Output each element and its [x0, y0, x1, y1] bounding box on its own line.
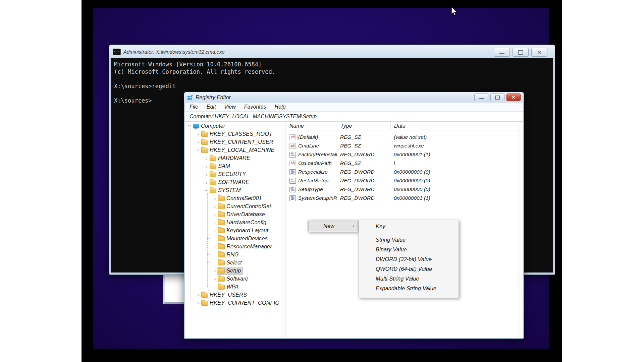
tree-node[interactable]: HardwareConfig	[217, 219, 268, 226]
submenu-item-qword-64-bit-value[interactable]: QWORD (64-bit) Value	[359, 264, 459, 274]
maximize-button[interactable]	[513, 48, 529, 57]
close-button[interactable]: ✕	[531, 48, 547, 57]
value-row[interactable]: 011110FactoryPreInstall...REG_DWORD0x000…	[285, 150, 523, 159]
context-menu-item-new[interactable]: New ›	[309, 221, 358, 231]
tree-node[interactable]: SOFTWARE	[209, 179, 251, 186]
expander-icon[interactable]: ›	[213, 220, 217, 225]
tree-row[interactable]: ›RNG	[185, 250, 281, 258]
expander-icon[interactable]: ›	[213, 268, 217, 274]
tree-row[interactable]: ›WPA	[185, 283, 281, 291]
menubar-item-help[interactable]: Help	[275, 104, 286, 110]
value-row[interactable]: 011110SystemSetupInP...REG_DWORD0x000000…	[285, 194, 523, 202]
tree-node[interactable]: SECURITY	[209, 171, 247, 178]
tree-node[interactable]: ResourceManager	[217, 243, 273, 250]
tree-row[interactable]: ›Keyboard Layout	[185, 226, 281, 234]
submenu-item-string-value[interactable]: String Value	[359, 235, 459, 245]
expander-icon[interactable]: ›	[196, 147, 201, 152]
tree-vertical-scrollbar[interactable]	[281, 122, 285, 338]
tree-node[interactable]: HKEY_CLASSES_ROOT	[201, 130, 274, 137]
minimize-button[interactable]	[494, 48, 510, 57]
expander-icon[interactable]: ›	[204, 163, 209, 169]
tree-node[interactable]: HKEY_CURRENT_USER	[201, 138, 275, 145]
tree-row[interactable]: ›SYSTEM	[185, 186, 281, 194]
expander-icon[interactable]: ›	[213, 203, 217, 209]
tree-node[interactable]: Computer	[192, 122, 226, 129]
tree-node[interactable]: RNG	[217, 251, 240, 258]
submenu-item-dword-32-bit-value[interactable]: DWORD (32-bit) Value	[359, 254, 459, 264]
submenu-item-expandable-string-value[interactable]: Expandable String Value	[359, 284, 459, 293]
value-row[interactable]: abCmdLineREG_SZwinpeshl.exe	[285, 141, 523, 150]
tree-row[interactable]: ›ResourceManager	[185, 242, 281, 250]
column-header-data[interactable]: Data	[390, 122, 519, 130]
value-row[interactable]: 011110SetupTypeREG_DWORD0x00000000 (0)	[285, 185, 523, 194]
tree-node[interactable]: Software	[217, 275, 250, 282]
tree-node[interactable]: HARDWARE	[209, 155, 252, 162]
expander-icon[interactable]: ›	[187, 123, 193, 128]
value-row[interactable]: ab(Default)REG_SZ(value not set)	[285, 133, 523, 141]
column-header-name[interactable]: Name	[285, 123, 337, 129]
cmd-titlebar[interactable]: C:\ Administrator: X:\windows\system32\c…	[109, 45, 555, 58]
menubar-item-edit[interactable]: Edit	[207, 104, 216, 110]
tree-row[interactable]: ›HKEY_CURRENT_USER	[185, 138, 281, 146]
expander-icon[interactable]: ›	[196, 300, 201, 306]
tree-node[interactable]: CurrentControlSet	[217, 203, 272, 210]
expander-icon[interactable]: ›	[196, 139, 201, 145]
tree-node[interactable]: SYSTEM	[209, 187, 242, 194]
column-header-type[interactable]: Type	[337, 122, 390, 130]
tree-row[interactable]: ›Software	[185, 275, 281, 283]
value-row[interactable]: 011110RespecializeREG_DWORD0x00000000 (0…	[285, 168, 523, 176]
tree-row[interactable]: ›SECURITY	[185, 170, 281, 178]
tree-row[interactable]: ›CurrentControlSet	[185, 202, 281, 210]
tree-node[interactable]: WPA	[217, 283, 240, 290]
tree-node[interactable]: DriverDatabase	[217, 211, 266, 218]
expander-icon[interactable]: ›	[204, 171, 209, 177]
tree-node[interactable]: SAM	[209, 163, 231, 170]
tree-row[interactable]: ›Select	[185, 258, 281, 266]
tree-node[interactable]: ControlSet001	[217, 195, 263, 202]
minimize-button[interactable]	[474, 94, 488, 101]
registry-address-bar[interactable]: Computer\HKEY_LOCAL_MACHINE\SYSTEM\Setup	[185, 112, 523, 122]
tree-row[interactable]: ›Computer	[185, 122, 281, 130]
tree-node[interactable]: MountedDevices	[217, 235, 269, 242]
expander-icon[interactable]: ›	[213, 276, 217, 282]
expander-icon[interactable]: ›	[204, 155, 209, 161]
expander-icon[interactable]: ›	[196, 131, 201, 137]
tree-row[interactable]: ›MountedDevices	[185, 234, 281, 242]
tree-row[interactable]: ›DriverDatabase	[185, 210, 281, 218]
submenu-item-key[interactable]: Key	[359, 222, 459, 231]
expander-icon[interactable]: ›	[213, 195, 217, 201]
expander-icon[interactable]: ›	[204, 179, 209, 185]
menubar-item-view[interactable]: View	[224, 104, 235, 110]
menubar-item-favorites[interactable]: Favorites	[244, 104, 266, 110]
values-vertical-scrollbar[interactable]	[519, 122, 523, 338]
tree-row[interactable]: ›SAM	[185, 162, 281, 170]
tree-node[interactable]: HKEY_LOCAL_MACHINE	[201, 146, 276, 154]
expander-icon[interactable]: ›	[213, 244, 217, 249]
tree-row[interactable]: ›HARDWARE	[185, 154, 281, 162]
regedit-titlebar[interactable]: Registry Editor	[184, 92, 524, 103]
tree-node[interactable]: Select	[217, 259, 243, 266]
value-row[interactable]: abOsLoaderPathREG_SZ\	[285, 159, 523, 168]
tree-row[interactable]: ›HardwareConfig	[185, 218, 281, 226]
close-button[interactable]: ✕	[506, 94, 521, 101]
expander-icon[interactable]: ›	[213, 228, 217, 233]
expander-icon[interactable]: ›	[213, 212, 217, 217]
tree-row[interactable]: ›HKEY_CLASSES_ROOT	[185, 130, 281, 138]
tree-row[interactable]: ›ControlSet001	[185, 194, 281, 202]
tree-row[interactable]: ›HKEY_LOCAL_MACHINE	[185, 146, 281, 154]
tree-node[interactable]: HKEY_USERS	[201, 291, 248, 298]
submenu-item-binary-value[interactable]: Binary Value	[359, 245, 459, 254]
value-row[interactable]: 011110RestartSetupREG_DWORD0x00000000 (0…	[285, 176, 523, 185]
expander-icon[interactable]: ›	[196, 292, 201, 298]
menubar-item-file[interactable]: File	[190, 104, 198, 110]
submenu-item-multi-string-value[interactable]: Multi-String Value	[359, 274, 459, 284]
tree-row[interactable]: ›Setup	[185, 266, 281, 275]
maximize-button[interactable]	[490, 94, 504, 101]
expander-icon[interactable]: ›	[204, 188, 210, 192]
tree-node[interactable]: Setup	[217, 267, 242, 274]
tree-node[interactable]: Keyboard Layout	[217, 227, 270, 234]
tree-row[interactable]: ›HKEY_USERS	[185, 291, 281, 299]
tree-row[interactable]: ›SOFTWARE	[185, 178, 281, 186]
tree-row[interactable]: ›HKEY_CURRENT_CONFIG	[185, 299, 281, 307]
tree-node[interactable]: HKEY_CURRENT_CONFIG	[201, 299, 281, 306]
